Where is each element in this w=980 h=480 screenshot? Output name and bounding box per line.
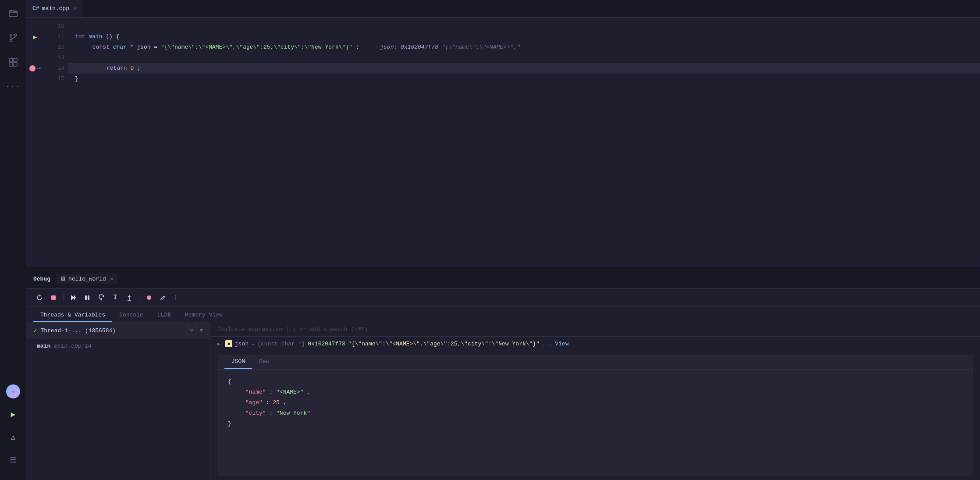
svg-marker-9 xyxy=(71,295,75,300)
variable-row-json[interactable]: ▶ ■ json = {const char *} 0x102047f78 "{… xyxy=(210,337,980,351)
sidebar-icon-source-control[interactable] xyxy=(5,30,21,46)
more-actions-btn[interactable]: ⋮ xyxy=(171,294,180,301)
inline-value-name: json: 0x102047f78 xyxy=(380,44,438,50)
restart-btn[interactable] xyxy=(33,292,46,303)
debug-right-panel: Evaluate expression (↵) or add a watch (… xyxy=(210,322,980,480)
json-viewer: JSON Raw { "name" : "<NAME>" , xyxy=(217,355,973,476)
step-over-btn[interactable] xyxy=(95,292,107,303)
closing-brace: } xyxy=(75,75,78,82)
sidebar-icon-folder[interactable] xyxy=(5,5,21,21)
continue-btn[interactable] xyxy=(67,292,79,303)
semicolon-return: ; xyxy=(137,65,141,71)
line-number-15: 15 xyxy=(47,74,64,84)
main-content: C# main.cpp ✕ ▶ → 10 xyxy=(26,0,980,480)
code-line-14: return 0 ; xyxy=(68,63,980,74)
sidebar-avatar[interactable]: ✦ xyxy=(5,384,21,399)
tab-memory-view[interactable]: Memory View xyxy=(178,309,230,322)
debug-left-panel: ✓ Thread-1-... (1856584) ▼ main main.cpp… xyxy=(26,322,210,480)
code-area: int main () { const char * json = "{\"na… xyxy=(68,18,980,267)
num-zero: 0 xyxy=(130,65,134,71)
debug-toolbar: ⋮ xyxy=(26,289,980,306)
tab-close-btn[interactable]: ✕ xyxy=(74,5,77,12)
inline-value-content: "{\"name\":\"<NAME>\"," xyxy=(442,44,520,50)
sidebar-icon-extensions[interactable] xyxy=(5,54,21,70)
json-colon-3: : xyxy=(269,410,276,416)
editor-gutter: ▶ → xyxy=(26,18,44,267)
step-into-btn[interactable] xyxy=(109,292,121,303)
run-icon[interactable]: ▶ xyxy=(5,406,21,422)
json-tab-json[interactable]: JSON xyxy=(224,355,252,369)
code-line-10 xyxy=(68,21,980,32)
assign: = xyxy=(154,44,161,50)
svg-point-1 xyxy=(10,34,12,36)
json-tab-raw[interactable]: Raw xyxy=(252,355,276,369)
debug-session-tab[interactable]: 🖥 hello_world ✕ xyxy=(56,274,118,284)
svg-rect-7 xyxy=(14,63,17,66)
breakpoints-btn[interactable] xyxy=(143,292,155,303)
current-line-arrow: → xyxy=(36,64,41,72)
json-key-age: "age" xyxy=(245,399,263,406)
stack-item-main[interactable]: main main.cpp:14 xyxy=(26,339,210,353)
var-expand-icon[interactable]: ▶ xyxy=(217,341,223,347)
tab-main-cpp[interactable]: C# main.cpp ✕ xyxy=(26,0,83,17)
watch-bar[interactable]: Evaluate expression (↵) or add a watch (… xyxy=(210,322,980,337)
thread-filter-btn[interactable] xyxy=(187,326,196,335)
tab-console[interactable]: Console xyxy=(112,309,150,322)
json-colon-1: : xyxy=(269,389,276,395)
editor: ▶ → 10 11 12 13 14 15 xyxy=(26,18,980,267)
debug-body: ✓ Thread-1-... (1856584) ▼ main main.cpp… xyxy=(26,322,980,480)
json-key-city: "city" xyxy=(245,410,266,416)
stop-btn[interactable] xyxy=(47,292,60,303)
sidebar-icon-more[interactable]: ··· xyxy=(5,79,21,95)
stack-frame-file: main.cpp:14 xyxy=(54,343,92,349)
menu-icon[interactable]: ☰ xyxy=(5,452,21,468)
gutter-line-14: → xyxy=(26,63,44,74)
code-line-15: } xyxy=(68,74,980,84)
breakpoint-icon[interactable] xyxy=(29,65,36,71)
var-ellipsis: ... xyxy=(542,341,552,347)
code-line-12: const char * json = "{\"name\":\"<NAME>\… xyxy=(68,42,980,53)
tab-lldb[interactable]: LLDB xyxy=(150,309,178,322)
var-name-json: json xyxy=(235,341,249,347)
edit-btn[interactable] xyxy=(157,292,169,303)
debug-tabs: Threads & Variables Console LLDB Memory … xyxy=(26,306,980,322)
json-val-city: "New York" xyxy=(276,410,310,416)
svg-rect-4 xyxy=(9,58,13,62)
string-val: "{\"name\":\"<NAME>\",\"age\":25,\"city\… xyxy=(161,44,352,50)
svg-point-2 xyxy=(14,34,17,36)
thread-chevron-icon[interactable]: ▼ xyxy=(200,327,203,334)
json-comma-2: , xyxy=(283,399,287,406)
gutter-line-15 xyxy=(26,74,44,84)
svg-rect-8 xyxy=(51,295,56,300)
var-equals: = xyxy=(251,341,255,347)
thread-check-icon: ✓ xyxy=(33,327,37,334)
thread-item[interactable]: ✓ Thread-1-... (1856584) ▼ xyxy=(26,322,210,339)
var-value: "{\"name\":\"<NAME>\",\"age\":25,\"city\… xyxy=(348,341,540,347)
cpp-file-icon: C# xyxy=(32,5,39,12)
var-json-name: json xyxy=(137,44,150,50)
gutter-line-10 xyxy=(26,21,44,32)
step-out-btn[interactable] xyxy=(123,292,135,303)
svg-rect-11 xyxy=(85,295,87,300)
code-line-13 xyxy=(68,53,980,63)
svg-point-13 xyxy=(147,295,151,300)
tab-label: main.cpp xyxy=(42,5,69,12)
svg-rect-5 xyxy=(14,58,17,62)
pause-btn[interactable] xyxy=(81,292,93,303)
line-numbers: 10 11 12 13 14 15 xyxy=(44,18,68,267)
paren-open: () { xyxy=(106,33,119,40)
semicolon: ; xyxy=(356,44,359,50)
play-button-icon[interactable]: ▶ xyxy=(33,33,37,41)
tab-threads-variables[interactable]: Threads & Variables xyxy=(33,309,112,322)
inline-value-12: json: 0x102047f78 "{\"name\":\"<NAME>\",… xyxy=(380,44,520,50)
editor-content: ▶ → 10 11 12 13 14 15 xyxy=(26,18,980,267)
warning-icon[interactable]: ⚠ xyxy=(5,429,21,445)
json-val-age: 25 xyxy=(273,399,280,406)
var-view-link[interactable]: View xyxy=(555,341,568,347)
keyword-char: char xyxy=(113,44,127,50)
session-close-btn[interactable]: ✕ xyxy=(110,276,114,282)
json-comma-1: , xyxy=(307,389,310,395)
fn-main: main xyxy=(89,33,102,40)
svg-rect-0 xyxy=(9,11,17,17)
json-key-name: "name" xyxy=(245,389,266,395)
